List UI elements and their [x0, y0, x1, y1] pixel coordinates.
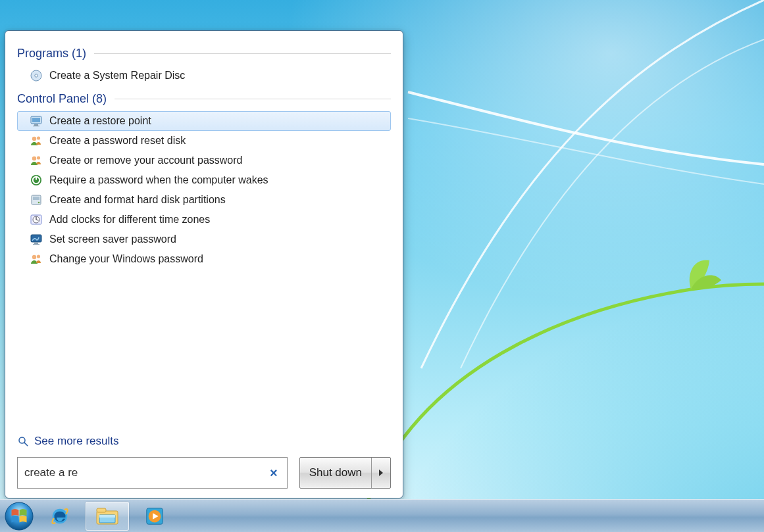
disc-icon [30, 69, 43, 82]
search-result-item[interactable]: Create or remove your account password [17, 151, 391, 170]
search-result-item[interactable]: Add clocks for different time zones [17, 210, 391, 230]
svg-rect-5 [33, 126, 39, 126]
control-panel-section-header: Control Panel (8) [17, 92, 391, 106]
start-menu-bottom-row: × Shut down [17, 457, 391, 489]
clock-icon [30, 213, 43, 226]
search-result-label: Create a System Repair Disc [49, 70, 185, 82]
search-result-item[interactable]: Create and format hard disk partitions [17, 190, 391, 210]
svg-point-22 [37, 254, 40, 258]
svg-point-15 [38, 202, 40, 204]
users-icon [30, 134, 43, 147]
svg-rect-19 [34, 243, 38, 244]
start-menu-search-panel: Programs (1) Create a System Repair Disc… [5, 30, 403, 498]
svg-rect-12 [36, 176, 37, 180]
svg-rect-3 [32, 118, 40, 122]
taskbar-button-file-explorer[interactable] [86, 502, 129, 531]
search-result-label: Create a password reset disk [49, 135, 186, 147]
search-input[interactable] [24, 466, 267, 479]
svg-line-24 [24, 443, 28, 446]
svg-point-25 [5, 502, 33, 530]
svg-point-1 [35, 74, 38, 77]
svg-rect-18 [31, 235, 41, 242]
search-result-label: Create a restore point [49, 115, 151, 127]
monitor-icon [30, 114, 43, 128]
search-result-item[interactable]: Change your Windows password [17, 249, 391, 269]
search-result-label: Require a password when the computer wak… [49, 174, 268, 186]
search-result-item[interactable]: Create a password reset disk [17, 131, 391, 151]
screensaver-icon [30, 233, 43, 246]
search-icon [17, 435, 29, 447]
shutdown-button[interactable]: Shut down [300, 458, 372, 488]
svg-point-7 [37, 136, 40, 139]
users-icon [30, 253, 43, 266]
search-result-item[interactable]: Create a restore point [17, 111, 391, 131]
svg-rect-20 [33, 244, 39, 245]
svg-rect-14 [33, 197, 39, 200]
internet-explorer-icon [50, 506, 70, 526]
svg-point-9 [37, 156, 40, 159]
search-result-item[interactable]: Create a System Repair Disc [17, 66, 391, 85]
divider [94, 53, 391, 54]
svg-point-6 [32, 137, 36, 141]
see-more-results-label: See more results [34, 435, 119, 448]
svg-point-21 [32, 255, 36, 259]
control-panel-result-list: Create a restore pointCreate a password … [17, 111, 391, 269]
shutdown-options-arrow[interactable] [372, 458, 390, 488]
taskbar-button-internet-explorer[interactable] [38, 502, 82, 531]
search-result-label: Change your Windows password [49, 253, 203, 265]
users-icon [30, 154, 43, 167]
programs-result-list: Create a System Repair Disc [17, 66, 391, 85]
file-explorer-icon [95, 506, 119, 527]
svg-point-8 [32, 157, 36, 160]
programs-section-label: Programs (1) [17, 47, 86, 60]
taskbar [0, 499, 764, 532]
svg-rect-4 [34, 124, 38, 126]
search-result-item[interactable]: Require a password when the computer wak… [17, 170, 391, 190]
search-result-item[interactable]: Set screen saver password [17, 230, 391, 249]
control-panel-section-label: Control Panel (8) [17, 92, 107, 106]
clear-search-button[interactable]: × [267, 466, 280, 481]
power-icon [30, 174, 43, 187]
disk-icon [30, 193, 43, 206]
divider [115, 99, 391, 99]
svg-rect-30 [99, 515, 115, 518]
programs-section-header: Programs (1) [17, 47, 391, 60]
svg-rect-28 [97, 508, 106, 512]
start-button[interactable] [4, 501, 34, 531]
search-result-label: Create or remove your account password [49, 155, 242, 166]
shutdown-label: Shut down [309, 466, 362, 479]
taskbar-button-media-player[interactable] [133, 502, 176, 531]
windows-logo-icon [4, 501, 34, 531]
search-box[interactable]: × [17, 457, 288, 489]
search-result-label: Set screen saver password [49, 233, 176, 245]
media-player-icon [145, 506, 165, 526]
shutdown-split-button[interactable]: Shut down [299, 457, 391, 489]
see-more-results-link[interactable]: See more results [17, 432, 391, 457]
chevron-right-icon [378, 469, 384, 477]
search-result-label: Create and format hard disk partitions [49, 194, 226, 206]
search-result-label: Add clocks for different time zones [49, 214, 210, 226]
